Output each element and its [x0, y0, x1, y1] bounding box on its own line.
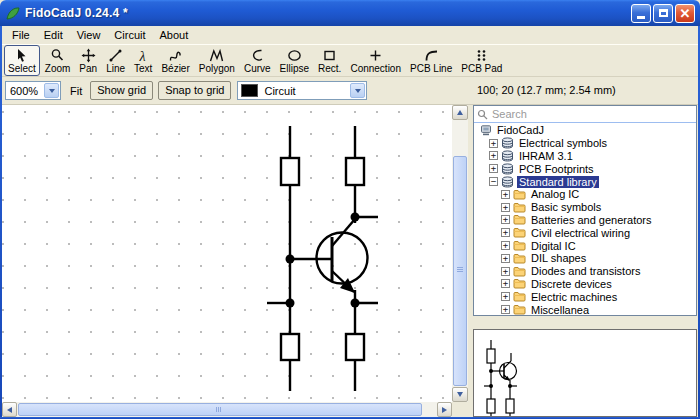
- collapse-icon[interactable]: −: [489, 177, 498, 186]
- tool-label: Line: [106, 63, 125, 74]
- library-stack-icon: [501, 176, 514, 188]
- select-tool-button[interactable]: Select: [4, 45, 40, 76]
- menu-view[interactable]: View: [71, 28, 109, 43]
- minimize-button[interactable]: [631, 4, 651, 23]
- layer-combobox[interactable]: Circuit: [237, 81, 367, 100]
- horizontal-scroll-thumb[interactable]: [18, 403, 422, 416]
- thumb-grip: [457, 267, 463, 273]
- tree-item-analog-ic[interactable]: +Analog IC: [474, 188, 696, 201]
- layer-color-swatch: [241, 84, 258, 97]
- folder-icon: [513, 278, 526, 289]
- pcb-pad-tool-button[interactable]: PCB Pad: [457, 45, 506, 76]
- scroll-down-button[interactable]: [452, 387, 468, 402]
- expand-icon[interactable]: +: [501, 267, 510, 276]
- b-zier-tool-button[interactable]: Bézier: [157, 45, 193, 76]
- expand-icon[interactable]: +: [489, 151, 498, 160]
- tree-item-fidocadj[interactable]: FidoCadJ: [474, 124, 696, 137]
- title-bar[interactable]: FidoCadJ 0.24.4 * ✕: [0, 0, 700, 26]
- tree-item-dil-shapes[interactable]: +DIL shapes: [474, 252, 696, 265]
- tree-item-pcb-footprints[interactable]: +PCB Footprints: [474, 162, 696, 175]
- folder-icon: [513, 202, 526, 213]
- menu-about[interactable]: About: [154, 28, 197, 43]
- folder-icon: [513, 291, 526, 302]
- expand-icon[interactable]: +: [501, 292, 510, 301]
- tree-item-batteries-and-generators[interactable]: +Batteries and generators: [474, 214, 696, 227]
- folder-icon: [513, 189, 526, 200]
- tree-item-ihram-3-1[interactable]: +IHRAM 3.1: [474, 150, 696, 163]
- drawing-canvas[interactable]: [2, 105, 452, 402]
- tree-item-basic-symbols[interactable]: +Basic symbols: [474, 201, 696, 214]
- menu-circuit[interactable]: Circuit: [108, 28, 153, 43]
- library-stack-icon: [501, 150, 514, 162]
- canvas-horizontal-scrollbar[interactable]: [2, 402, 452, 417]
- tool-bar: SelectZoomPanLineλTextBézierPolygonCurve…: [2, 44, 698, 77]
- text-tool-button[interactable]: λText: [130, 45, 156, 76]
- expand-icon[interactable]: +: [489, 139, 498, 148]
- vertical-scroll-thumb[interactable]: [453, 156, 467, 386]
- tree-item-standard-library[interactable]: −Standard library: [474, 175, 696, 188]
- library-tree: FidoCadJ+Electrical symbols+IHRAM 3.1+PC…: [474, 123, 696, 316]
- ellipse-icon: [287, 47, 302, 63]
- tree-item-label: IHRAM 3.1: [517, 150, 575, 162]
- tool-label: Curve: [244, 63, 271, 74]
- close-button[interactable]: ✕: [675, 4, 695, 23]
- menu-bar: FileEditViewCircuitAbout: [2, 26, 698, 44]
- canvas-vertical-scrollbar[interactable]: [452, 105, 468, 402]
- text-icon: λ: [136, 47, 151, 63]
- expand-icon[interactable]: +: [501, 305, 510, 314]
- menu-file[interactable]: File: [6, 28, 38, 43]
- expand-icon[interactable]: +: [489, 164, 498, 173]
- folder-icon: [513, 214, 526, 225]
- layer-combo-arrow-button[interactable]: [350, 83, 365, 98]
- library-stack-icon: [501, 137, 514, 149]
- connection-icon: [368, 47, 383, 63]
- zoom-tool-button[interactable]: Zoom: [41, 45, 75, 76]
- expand-icon[interactable]: +: [501, 215, 510, 224]
- svg-text:λ: λ: [138, 48, 145, 63]
- expand-icon[interactable]: +: [501, 190, 510, 199]
- expand-icon[interactable]: +: [501, 228, 510, 237]
- expand-icon[interactable]: +: [501, 254, 510, 263]
- connection-tool-button[interactable]: Connection: [346, 45, 405, 76]
- tree-item-miscellanea[interactable]: +Miscellanea: [474, 303, 696, 316]
- app-logo-icon: [5, 6, 21, 21]
- tree-item-diodes-and-transistors[interactable]: +Diodes and transistors: [474, 265, 696, 278]
- rectangle-icon: [322, 47, 337, 63]
- tree-item-electrical-symbols[interactable]: +Electrical symbols: [474, 137, 696, 150]
- ellipse-tool-button[interactable]: Ellipse: [276, 45, 313, 76]
- zoom-level-combobox[interactable]: 600%: [5, 81, 61, 100]
- curve-icon: [250, 47, 265, 63]
- options-bar: 600% Fit Show grid Snap to grid Circuit …: [2, 77, 698, 105]
- fidocadj-window: FidoCadJ 0.24.4 * ✕ FileEditViewCircuitA…: [0, 0, 700, 419]
- scroll-up-button[interactable]: [452, 105, 468, 120]
- pcb-line-tool-button[interactable]: PCB Line: [406, 45, 456, 76]
- curve-tool-button[interactable]: Curve: [240, 45, 275, 76]
- expand-icon[interactable]: +: [501, 241, 510, 250]
- expand-icon[interactable]: +: [501, 203, 510, 212]
- scroll-left-button[interactable]: [2, 402, 17, 417]
- snap-to-grid-button[interactable]: Snap to grid: [158, 81, 231, 100]
- folder-icon: [513, 304, 526, 315]
- search-input[interactable]: Search: [474, 106, 696, 123]
- scroll-right-button[interactable]: [437, 402, 452, 417]
- maximize-button[interactable]: [653, 4, 673, 23]
- arrow-right-icon: [442, 407, 447, 413]
- menu-edit[interactable]: Edit: [38, 28, 71, 43]
- fit-button[interactable]: Fit: [67, 83, 85, 99]
- tree-item-electric-machines[interactable]: +Electric machines: [474, 290, 696, 303]
- line-tool-button[interactable]: Line: [102, 45, 129, 76]
- tree-item-civil-electrical-wiring[interactable]: +Civil electrical wiring: [474, 226, 696, 239]
- symbol-preview-panel: [473, 329, 697, 417]
- zoom-combo-arrow-button[interactable]: [44, 83, 59, 98]
- tree-item-label: Digital IC: [529, 240, 578, 252]
- tree-item-digital-ic[interactable]: +Digital IC: [474, 239, 696, 252]
- polygon-icon: [209, 47, 224, 63]
- expand-icon[interactable]: +: [501, 279, 510, 288]
- tree-item-discrete-devices[interactable]: +Discrete devices: [474, 278, 696, 291]
- pan-tool-button[interactable]: Pan: [75, 45, 101, 76]
- search-icon: [477, 109, 488, 120]
- polygon-tool-button[interactable]: Polygon: [195, 45, 239, 76]
- show-grid-button[interactable]: Show grid: [90, 81, 153, 100]
- rect--tool-button[interactable]: Rect.: [314, 45, 345, 76]
- tool-label: PCB Pad: [461, 63, 502, 74]
